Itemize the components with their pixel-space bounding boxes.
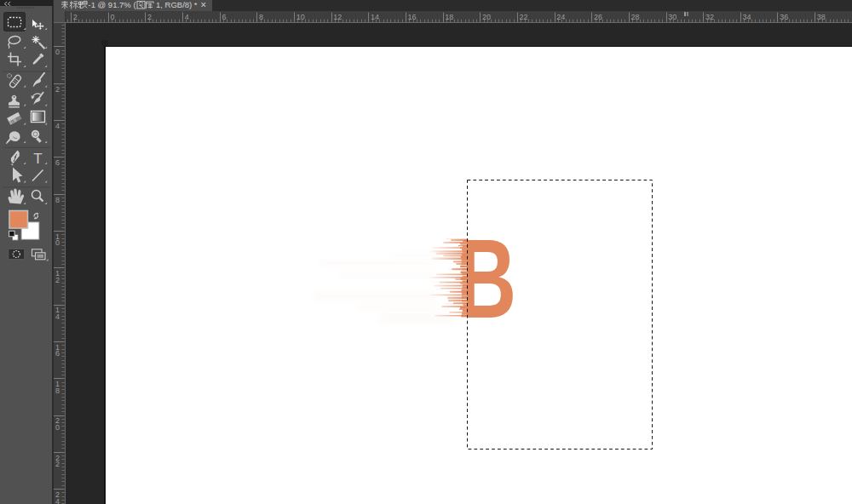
svg-text:24: 24 <box>556 13 565 21</box>
svg-text:2: 2 <box>55 460 60 468</box>
svg-text:4: 4 <box>55 497 60 504</box>
svg-text:2: 2 <box>55 276 60 284</box>
svg-text:8: 8 <box>259 13 263 21</box>
svg-text:T: T <box>33 151 42 167</box>
svg-text:8: 8 <box>55 196 60 204</box>
svg-text:6: 6 <box>222 13 226 21</box>
svg-text:0: 0 <box>110 13 114 21</box>
svg-text:18: 18 <box>445 13 453 21</box>
svg-text:34: 34 <box>743 13 751 21</box>
svg-text:0: 0 <box>55 423 60 432</box>
svg-text:10: 10 <box>296 13 305 21</box>
svg-text:30: 30 <box>668 13 676 21</box>
svg-text:26: 26 <box>594 13 602 21</box>
svg-text:2: 2 <box>73 13 78 21</box>
svg-text:16: 16 <box>408 13 417 21</box>
svg-text:2: 2 <box>147 13 152 21</box>
svg-text:14: 14 <box>371 13 379 21</box>
svg-text:28: 28 <box>631 13 640 21</box>
svg-text:22: 22 <box>520 13 528 21</box>
svg-text:6: 6 <box>55 349 60 358</box>
svg-text:32: 32 <box>705 13 714 21</box>
svg-text:6: 6 <box>55 158 60 167</box>
svg-text:2: 2 <box>55 85 60 94</box>
svg-text:4: 4 <box>55 122 60 130</box>
svg-text:4: 4 <box>185 13 189 21</box>
svg-text:0: 0 <box>55 48 60 56</box>
svg-text:0: 0 <box>55 238 60 247</box>
svg-text:1, RGB/8) *: 1, RGB/8) * <box>156 0 198 9</box>
svg-text:-1 @ 91.7% (: -1 @ 91.7% ( <box>89 0 137 9</box>
svg-text:8: 8 <box>55 387 60 395</box>
svg-text:12: 12 <box>333 13 342 21</box>
svg-text:20: 20 <box>482 13 491 21</box>
svg-text:38: 38 <box>817 13 826 21</box>
svg-text:4: 4 <box>55 312 60 321</box>
svg-text:36: 36 <box>780 13 788 21</box>
